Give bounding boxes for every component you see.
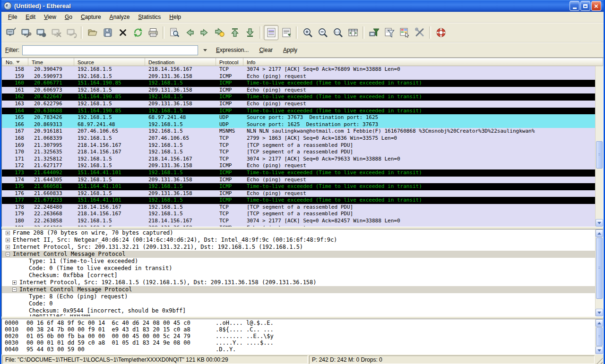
detail-line[interactable]: Checksum: 0xfbba [correct] (2, 272, 595, 279)
apply-button[interactable]: Apply (279, 45, 301, 55)
packet-row[interactable]: 158 20.390479 192.168.1.5 218.14.156.167… (2, 66, 595, 73)
toolbar-open-capture-file-button[interactable] (85, 25, 100, 40)
menu-go[interactable]: Go (61, 13, 76, 21)
detail-line[interactable]: + Ethernet II, Src: Netgear_40:d6:24 (00… (2, 237, 595, 244)
scrollbar-thumb[interactable] (596, 141, 603, 169)
packet-row[interactable]: 169 21.307995 218.14.156.167 192.168.1.5… (2, 142, 595, 149)
toolbar-go-back-button[interactable] (182, 25, 197, 40)
packet-row[interactable]: 178 22.248480 218.14.156.167 192.168.1.5… (2, 204, 595, 211)
scrollbar-thumb[interactable] (596, 237, 603, 299)
packet-row[interactable]: 159 20.590973 192.168.1.5 209.131.36.158… (2, 73, 595, 80)
menu-view[interactable]: View (40, 13, 60, 21)
hex-row[interactable]: 0040 95 44 03 00 59 00 .D..Y. (2, 346, 595, 353)
detail-line[interactable]: Code: 0 (2, 300, 595, 307)
packet-row[interactable]: 166 20.869313 68.97.241.48 192.168.1.5 U… (2, 121, 595, 128)
toolbar-zoom-normal-size-button[interactable] (330, 25, 345, 40)
toolbar-preferences-button[interactable] (412, 25, 427, 40)
menu-capture[interactable]: Capture (77, 13, 105, 21)
toolbar-capture-start-button[interactable] (34, 25, 48, 40)
toolbar-capture-options-button[interactable] (18, 25, 33, 40)
packet-row[interactable]: 177 21.677233 151.164.41.101 192.168.1.5… (2, 197, 595, 204)
packet-row[interactable]: 181 22.664360 192.168.1.5 209.131.36.158… (2, 225, 595, 227)
toolbar-colorize-packet-list-button[interactable] (264, 25, 278, 40)
menu-file[interactable]: File (4, 13, 21, 21)
details-scrollbar[interactable] (595, 229, 603, 316)
packet-row[interactable]: 167 20.916181 207.46.106.65 192.168.1.5 … (2, 128, 595, 135)
menu-edit[interactable]: Edit (22, 13, 39, 21)
packet-row[interactable]: 173 21.644092 151.164.41.101 192.168.1.5… (2, 169, 595, 177)
packet-row[interactable]: 163 20.622796 192.168.1.5 209.131.36.158… (2, 101, 595, 108)
packet-row[interactable]: 161 20.606973 192.168.1.5 209.131.36.158… (2, 87, 595, 94)
packet-row[interactable]: 168 21.068339 192.168.1.5 207.46.106.65 … (2, 135, 595, 142)
detail-line[interactable]: − Internet Control Message Protocol (2, 251, 595, 258)
detail-line[interactable]: Type: 8 (Echo (ping) request) (2, 293, 595, 300)
detail-line[interactable]: − Internet Control Message Protocol (2, 286, 595, 293)
scroll-up-button[interactable] (596, 319, 603, 327)
packet-row[interactable]: 179 22.263668 218.14.156.167 192.168.1.5… (2, 211, 595, 218)
detail-line[interactable]: Checksum: 0x9544 [incorrect, should be 0… (2, 307, 595, 314)
packet-row[interactable]: 174 21.644305 192.168.1.5 209.131.36.158… (2, 177, 595, 184)
packet-row[interactable]: 176 21.660833 192.168.1.5 209.131.36.158… (2, 190, 595, 197)
column-header-protocol[interactable]: Protocol (216, 58, 243, 66)
toolbar-go-forward-button[interactable] (197, 25, 212, 40)
minimize-button[interactable] (570, 1, 579, 11)
toolbar-capture-filter-button[interactable] (367, 25, 381, 40)
toolbar-print-button[interactable] (146, 25, 160, 40)
detail-line[interactable]: Code: 0 (Time to live exceeded in transi… (2, 265, 595, 272)
scroll-down-button[interactable] (596, 347, 603, 354)
toolbar-reload-capture-file-button[interactable] (130, 25, 145, 40)
toolbar-goto-packet-button[interactable] (212, 25, 227, 40)
detail-line[interactable]: Type: 11 (Time-to-live exceeded) (2, 258, 595, 265)
packet-row[interactable]: 175 21.660581 151.164.41.101 192.168.1.5… (2, 183, 595, 190)
filter-dropdown-button[interactable] (201, 45, 209, 56)
expand-toggle-icon[interactable]: + (6, 238, 10, 242)
toolbar-auto-scroll-button[interactable] (279, 25, 294, 40)
column-header-no[interactable]: No. (2, 58, 28, 66)
menu-help[interactable]: Help (165, 13, 185, 21)
toolbar-help-button[interactable] (433, 25, 448, 40)
packet-row[interactable]: 164 20.638688 151.164.190.85 192.168.1.5… (2, 108, 595, 115)
maximize-button[interactable] (580, 1, 590, 11)
packet-list-scrollbar[interactable] (595, 58, 603, 227)
packet-row[interactable]: 162 20.622647 151.164.190.85 192.168.1.5… (2, 93, 595, 101)
menu-statistics[interactable]: Statistics (134, 13, 164, 21)
column-header-info[interactable]: Info (243, 58, 603, 66)
toolbar-find-packet-button[interactable] (167, 25, 182, 40)
close-button[interactable]: × (591, 1, 601, 11)
column-header-time[interactable]: Time (28, 58, 74, 66)
toolbar-close-capture-file-button[interactable] (115, 25, 130, 40)
hex-row[interactable]: 0030 00 00 01 01 dd 59 c0 a8 01 05 d1 83… (2, 339, 595, 346)
toolbar-zoom-in-button[interactable] (300, 25, 315, 40)
packet-row[interactable]: 172 21.627177 192.168.1.5 209.131.36.158… (2, 162, 595, 169)
packet-row[interactable]: 180 22.263858 192.168.1.5 218.14.156.167… (2, 218, 595, 225)
expand-toggle-icon[interactable]: − (12, 288, 17, 292)
expand-toggle-icon[interactable]: + (6, 245, 10, 249)
toolbar-goto-first-packet-button[interactable] (227, 25, 242, 40)
toolbar-goto-last-packet-button[interactable] (242, 25, 257, 40)
packet-row[interactable]: 170 21.325635 218.14.156.167 192.168.1.5… (2, 149, 595, 156)
column-header-source[interactable]: Source (74, 58, 145, 66)
toolbar-interfaces-button[interactable] (3, 25, 18, 40)
packet-row[interactable]: 165 20.783426 192.168.1.5 68.97.241.48 U… (2, 114, 595, 121)
detail-line[interactable]: + Frame 208 (70 bytes on wire, 70 bytes … (2, 229, 595, 237)
expression-button[interactable]: Expression... (212, 45, 252, 55)
menu-analyze[interactable]: Analyze (106, 13, 134, 21)
expand-toggle-icon[interactable]: − (6, 252, 10, 256)
expand-toggle-icon[interactable]: + (12, 280, 17, 285)
expand-toggle-icon[interactable]: + (6, 231, 10, 235)
packet-row[interactable]: 160 20.606771 151.164.190.85 192.168.1.5… (2, 80, 595, 87)
clear-button[interactable]: Clear (255, 45, 277, 55)
packet-row[interactable]: 171 21.325812 192.168.1.5 218.14.156.167… (2, 156, 595, 163)
detail-line[interactable]: + Internet Protocol, Src: 192.168.1.5 (1… (2, 279, 595, 286)
filter-input[interactable] (22, 45, 198, 55)
toolbar-resize-columns-button[interactable] (346, 25, 360, 40)
hex-row[interactable]: 0000 00 16 6f 48 9f 9c 00 14 6c 40 d6 24… (2, 320, 595, 326)
scrollbar-thumb[interactable] (596, 327, 603, 346)
toolbar-display-filter-button[interactable] (382, 25, 397, 40)
hex-row[interactable]: 0010 00 38 24 7b 00 00 f9 01 e9 43 d1 83… (2, 326, 595, 333)
scroll-up-button[interactable] (596, 229, 603, 237)
resize-grip[interactable] (596, 357, 603, 364)
hex-scrollbar[interactable] (595, 319, 603, 354)
toolbar-save-capture-file-button[interactable] (100, 25, 115, 40)
scroll-down-button[interactable] (596, 309, 603, 316)
